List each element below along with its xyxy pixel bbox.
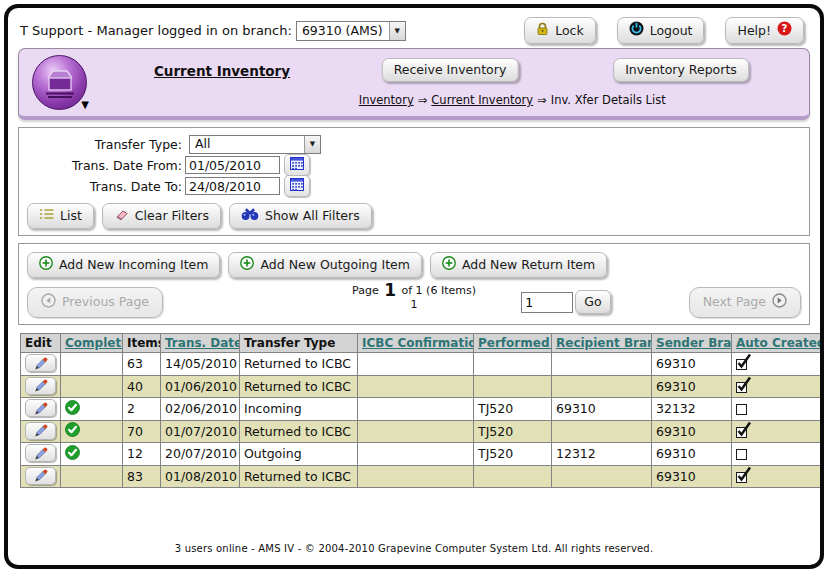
add-return-item-button[interactable]: Add New Return Item — [430, 252, 607, 278]
chevron-down-icon: ▼ — [304, 136, 320, 153]
date-from-calendar-button[interactable] — [284, 154, 310, 176]
date-to-label: Trans. Date To: — [27, 179, 185, 194]
items-cell: 12 — [123, 443, 161, 466]
sender-branch-cell: 69310 — [652, 353, 732, 376]
lock-icon — [536, 22, 549, 39]
recipient-branch-cell: 69310 — [552, 398, 652, 421]
calendar-icon — [290, 178, 304, 194]
branch-select-value: 69310 (AMS) — [297, 22, 389, 40]
completed-check-icon — [65, 445, 80, 460]
login-status-text: T Support - Manager logged in on branch: — [20, 23, 292, 38]
date-from-input[interactable] — [185, 156, 280, 174]
sender-branch-cell: 69310 — [652, 443, 732, 466]
trans-date-cell: 01/08/2010 — [161, 465, 240, 488]
edit-button[interactable] — [25, 422, 56, 440]
auto-created-checkbox — [736, 427, 747, 438]
edit-button[interactable] — [25, 377, 56, 395]
add-outgoing-label: Add New Outgoing Item — [260, 257, 409, 272]
page-count-text: of 1 (6 Items) — [402, 284, 476, 297]
lock-button-label: Lock — [555, 23, 584, 38]
column-header-completed[interactable]: Completed — [61, 334, 123, 353]
performed-by-cell — [474, 375, 552, 398]
completed-check-icon — [65, 400, 80, 415]
date-to-calendar-button[interactable] — [284, 175, 310, 197]
lock-button[interactable]: Lock — [524, 17, 596, 44]
recipient-branch-cell — [552, 465, 652, 488]
inventory-reports-button[interactable]: Inventory Reports — [613, 58, 749, 82]
page-indicator: Page 1 of 1 (6 Items) 1 — [352, 284, 476, 311]
auto-created-checkbox — [736, 404, 747, 415]
goto-page-input[interactable] — [521, 292, 573, 313]
module-menu-caret-icon: ▼ — [81, 99, 89, 110]
table-row: 63 14/05/2010 Returned to ICBC 69310 — [21, 353, 823, 376]
trans-date-cell: 20/07/2010 — [161, 443, 240, 466]
transfer-type-cell: Returned to ICBC — [240, 353, 358, 376]
recipient-branch-cell — [552, 420, 652, 443]
help-button-label: Help! — [737, 23, 771, 38]
module-header-band: ▼ Current Inventory Receive Inventory In… — [18, 48, 810, 120]
logout-button[interactable]: Logout — [617, 17, 705, 44]
top-bar: T Support - Manager logged in on branch:… — [8, 8, 820, 46]
icbc-confirmation-cell — [358, 398, 474, 421]
clear-filters-button[interactable]: Clear Filters — [102, 203, 221, 229]
trans-date-cell: 14/05/2010 — [161, 353, 240, 376]
add-outgoing-item-button[interactable]: Add New Outgoing Item — [228, 252, 421, 278]
column-header-trans-date[interactable]: Trans. Date▲ — [161, 334, 240, 353]
column-header-recipient-branch[interactable]: Recipient Branch — [552, 334, 652, 353]
column-header-auto-created[interactable]: Auto Created — [732, 334, 823, 353]
breadcrumb-current-inventory-link[interactable]: Current Inventory — [431, 93, 533, 107]
transfer-type-cell: Incoming — [240, 398, 358, 421]
items-cell: 40 — [123, 375, 161, 398]
add-return-label: Add New Return Item — [462, 257, 595, 272]
table-row: 83 01/08/2010 Returned to ICBC 69310 — [21, 465, 823, 488]
add-icon — [240, 256, 254, 273]
add-incoming-item-button[interactable]: Add New Incoming Item — [27, 252, 220, 278]
completed-check-icon — [65, 422, 80, 437]
edit-button[interactable] — [25, 467, 56, 485]
edit-button[interactable] — [25, 399, 56, 417]
list-button-label: List — [60, 208, 82, 223]
inventory-module-icon[interactable]: ▼ — [32, 55, 87, 110]
items-cell: 2 — [123, 398, 161, 421]
sender-branch-cell: 69310 — [652, 465, 732, 488]
add-icon — [39, 256, 53, 273]
branch-select[interactable]: 69310 (AMS) ▼ — [296, 21, 406, 41]
icbc-confirmation-cell — [358, 375, 474, 398]
previous-page-button[interactable]: Previous Page — [27, 287, 163, 318]
column-header-items: Items — [123, 334, 161, 353]
date-to-input[interactable] — [185, 177, 280, 195]
receive-inventory-button[interactable]: Receive Inventory — [382, 58, 519, 82]
show-all-filters-button[interactable]: Show All Filters — [229, 203, 372, 229]
table-row: 2 02/06/2010 Incoming TJ520 69310 32132 — [21, 398, 823, 421]
column-header-performed-by[interactable]: Performed By — [474, 334, 552, 353]
calendar-icon — [290, 157, 304, 173]
show-all-filters-button-label: Show All Filters — [265, 208, 360, 223]
auto-created-checkbox — [736, 382, 747, 393]
transfer-type-cell: Returned to ICBC — [240, 375, 358, 398]
recipient-branch-cell — [552, 353, 652, 376]
logout-button-label: Logout — [650, 23, 693, 38]
recipient-branch-cell — [552, 375, 652, 398]
breadcrumb-inventory-link[interactable]: Inventory — [359, 93, 414, 107]
column-header-icbc-confirmation[interactable]: ICBC Confirmation # — [358, 334, 474, 353]
next-arrow-icon — [772, 293, 787, 311]
next-page-button[interactable]: Next Page — [689, 287, 801, 318]
svg-text:?: ? — [782, 23, 788, 34]
help-button[interactable]: Help! ? — [725, 17, 804, 44]
items-cell: 70 — [123, 420, 161, 443]
current-inventory-link[interactable]: Current Inventory — [154, 63, 290, 79]
go-button[interactable]: Go — [575, 290, 610, 314]
transfer-type-select[interactable]: All ▼ — [189, 135, 321, 154]
list-button[interactable]: List — [27, 203, 94, 229]
edit-button[interactable] — [25, 444, 56, 462]
page-number-link[interactable]: 1 — [352, 298, 476, 311]
column-header-sender-branch[interactable]: Sender Branch — [652, 334, 732, 353]
transfer-type-cell: Outgoing — [240, 443, 358, 466]
trans-date-cell: 02/06/2010 — [161, 398, 240, 421]
edit-button[interactable] — [25, 354, 56, 372]
auto-created-checkbox — [736, 449, 747, 460]
icbc-confirmation-cell — [358, 420, 474, 443]
breadcrumb-separator: ⇒ — [537, 93, 547, 107]
table-row: 70 01/07/2010 Returned to ICBC TJ520 693… — [21, 420, 823, 443]
help-icon: ? — [777, 21, 792, 39]
